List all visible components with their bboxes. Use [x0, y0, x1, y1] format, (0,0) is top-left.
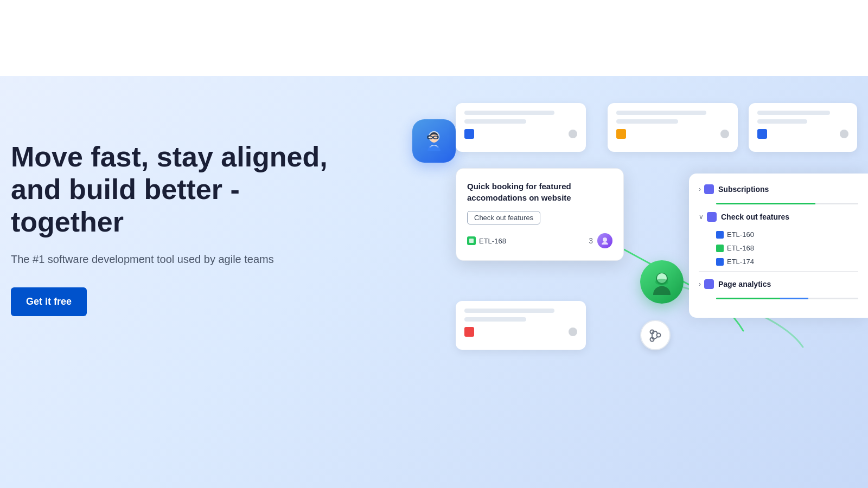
check-features-label: Check out features — [721, 213, 858, 221]
card-bottom-row-4 — [464, 327, 577, 337]
svg-rect-10 — [469, 239, 474, 243]
card-line-7 — [464, 309, 554, 313]
card-line-5 — [757, 111, 830, 115]
hero-section: Move fast, stay aligned,and build better… — [0, 76, 868, 488]
hero-subtitle: The #1 software development tool used by… — [11, 253, 347, 266]
subscriptions-label: Subscriptions — [718, 185, 858, 194]
etl-168-label: ETL-168 — [479, 237, 506, 245]
subscriptions-icon — [704, 184, 714, 194]
user-avatar-icon — [412, 119, 456, 163]
card-line-4 — [616, 119, 678, 124]
card-circle-1 — [569, 130, 577, 138]
analytics-icon — [704, 279, 714, 289]
card-dot-blue-2 — [757, 129, 767, 139]
check-features-chevron: ∨ — [699, 213, 704, 221]
card-line-3 — [616, 111, 706, 115]
card-right-partial — [749, 103, 857, 152]
analytics-chevron: › — [699, 280, 701, 288]
subscriptions-chevron: › — [699, 185, 701, 193]
hero-title: Move fast, stay aligned,and build better… — [11, 141, 347, 238]
etl-174-item: ETL-174 — [716, 258, 858, 266]
card-line-6 — [757, 119, 807, 124]
subscriptions-row: › Subscriptions — [699, 184, 858, 194]
card-bottom — [456, 301, 586, 350]
card-bottom-row-3 — [757, 129, 848, 139]
hero-left: Move fast, stay aligned,and build better… — [11, 141, 347, 316]
subscriptions-progress — [716, 203, 858, 204]
page-analytics-row: › Page analytics — [699, 279, 858, 289]
svg-point-14 — [655, 279, 668, 285]
etl-icon — [467, 236, 476, 245]
top-white-bar — [0, 0, 868, 76]
etl-174-check-icon — [716, 258, 724, 266]
git-merge-icon — [640, 320, 671, 350]
etl-160-label: ETL-160 — [727, 230, 754, 239]
check-out-features-row: ∨ Check out features — [699, 212, 858, 222]
svg-point-17 — [657, 333, 661, 337]
card-line-1 — [464, 111, 554, 115]
etl-160-item: ETL-160 — [716, 230, 858, 239]
page-analytics-label: Page analytics — [718, 280, 858, 288]
panel-divider — [699, 271, 858, 272]
card-circle-4 — [569, 328, 577, 336]
check-features-sub-items: ETL-160 ETL-168 ETL-174 — [716, 230, 858, 266]
card-circle-2 — [720, 130, 729, 138]
card-circle-3 — [840, 130, 848, 138]
card-line-2 — [464, 119, 526, 124]
card-badge[interactable]: Check out features — [467, 211, 540, 224]
etl-168-check-icon — [716, 245, 724, 252]
card-user-avatar — [597, 233, 612, 248]
right-panel: › Subscriptions ∨ Check out features ETL… — [689, 174, 868, 318]
card-bottom-row-2 — [616, 129, 729, 139]
card-dot-red — [464, 327, 474, 337]
card-count-area: 3 — [589, 233, 612, 248]
card-mid-top — [608, 103, 738, 152]
card-count: 3 — [589, 236, 593, 245]
card-bottom-row-1 — [464, 129, 577, 139]
etl-174-label: ETL-174 — [727, 258, 754, 266]
card-top-left — [456, 103, 586, 152]
card-dot-orange — [616, 129, 626, 139]
card-dot-blue — [464, 129, 474, 139]
analytics-progress — [716, 298, 858, 299]
etl-160-check-icon — [716, 231, 724, 239]
cta-button[interactable]: Get it free — [11, 287, 87, 316]
check-features-icon — [707, 212, 717, 222]
card-main-title: Quick booking for featured accomodations… — [467, 181, 612, 203]
main-feature-card: Quick booking for featured accomodations… — [456, 168, 624, 261]
card-etl-label: ETL-168 — [467, 236, 506, 245]
green-person-avatar — [640, 260, 684, 304]
card-line-8 — [464, 317, 526, 322]
etl-168-item: ETL-168 — [716, 244, 858, 252]
svg-point-11 — [603, 237, 607, 242]
etl-168-sublabel: ETL-168 — [727, 244, 754, 252]
hero-illustration: Quick booking for featured accomodations… — [347, 76, 868, 488]
card-footer: ETL-168 3 — [467, 233, 612, 248]
